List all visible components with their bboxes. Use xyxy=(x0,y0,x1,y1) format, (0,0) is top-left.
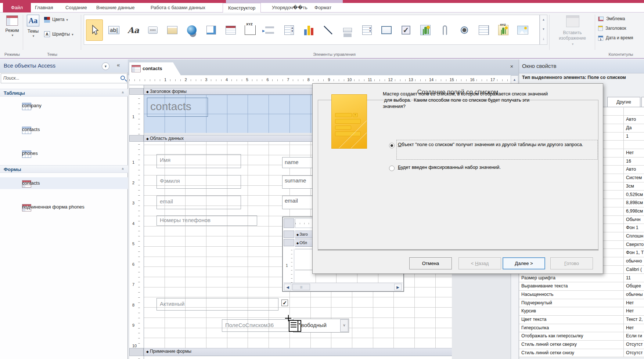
property-value[interactable]: Нет xyxy=(624,149,644,157)
option-text-1[interactable]: Объект "поле со списком" получит значени… xyxy=(398,141,589,148)
property-value[interactable]: 11 xyxy=(624,274,644,282)
field-value-name[interactable]: name xyxy=(282,157,313,168)
property-value[interactable]: Отсутст xyxy=(624,341,644,349)
rectangle-icon[interactable] xyxy=(378,19,395,41)
select-cursor-icon[interactable] xyxy=(86,19,103,41)
web-browser-control-icon[interactable] xyxy=(203,19,220,41)
active-label[interactable]: Активный xyxy=(156,298,278,311)
property-value[interactable]: Фон 1 xyxy=(624,224,644,232)
property-value[interactable]: 8,898см xyxy=(624,199,644,207)
search-icon[interactable] xyxy=(120,76,125,80)
nav-item-company[interactable]: company xyxy=(0,100,128,112)
nav-section-forms[interactable]: Формы« xyxy=(0,165,128,173)
dialog-button-отмена[interactable]: Отмена xyxy=(409,257,452,269)
field-label-name[interactable]: Имя xyxy=(156,154,241,168)
property-value[interactable]: 1 xyxy=(624,133,644,141)
attachment-icon[interactable] xyxy=(436,19,453,41)
combo-box-icon[interactable]: ▲▼ xyxy=(281,19,298,41)
property-value[interactable]: Нет xyxy=(624,324,644,332)
subform-selector[interactable] xyxy=(284,218,294,228)
section-marker[interactable] xyxy=(129,135,144,142)
property-value[interactable]: Нет xyxy=(624,299,644,307)
tab-partial[interactable] xyxy=(641,97,644,107)
gallery-scroll[interactable]: ▲▼⤓ xyxy=(540,15,547,45)
property-value[interactable]: Да xyxy=(624,124,644,132)
dialog-button-далее[interactable]: Далее > xyxy=(503,257,545,269)
radio-option-2[interactable] xyxy=(389,166,395,171)
unbound-object-frame-icon[interactable] xyxy=(417,19,434,41)
list-box-icon[interactable]: ▲▼ xyxy=(359,19,375,41)
active-checkbox[interactable]: ✓ xyxy=(281,300,288,306)
document-tab-contacts[interactable]: contacts xyxy=(129,62,181,75)
text-box-icon[interactable]: ab| xyxy=(105,19,122,41)
section-marker[interactable] xyxy=(129,348,144,356)
scroll-left-icon[interactable]: ◀ xyxy=(284,284,291,290)
hyperlink-icon[interactable] xyxy=(183,19,200,41)
combo-dropdown-icon[interactable]: ˅ xyxy=(340,319,348,332)
property-value[interactable]: обычны xyxy=(624,291,644,299)
field-value-email[interactable]: email xyxy=(282,196,313,209)
nav-menu-icon[interactable]: ▼ xyxy=(102,62,109,70)
subform-horizontal-scrollbar[interactable]: ◀ ||| ▶ xyxy=(284,283,403,291)
field-label-email[interactable]: email xyxy=(156,196,241,209)
property-value[interactable]: Если ги xyxy=(624,332,644,340)
page-break-icon[interactable]: ▶ xyxy=(261,19,278,41)
property-value[interactable]: Обычн xyxy=(624,216,644,224)
property-value[interactable]: Отсутст xyxy=(624,349,644,357)
dialog-button-назад[interactable]: < Назад xyxy=(458,257,501,269)
scroll-up-icon[interactable]: ▲ xyxy=(511,75,518,84)
dialog-button-готово[interactable]: Готово xyxy=(550,257,593,269)
property-value[interactable]: Авто xyxy=(624,166,644,174)
tab-other[interactable]: Другие xyxy=(607,97,640,107)
tab-Формат[interactable]: Формат xyxy=(314,3,331,12)
section-marker[interactable] xyxy=(129,88,144,95)
button-2-header-footer[interactable]: Заголовок xyxy=(598,26,626,34)
bound-object-frame-icon[interactable]: XYZ xyxy=(495,19,512,41)
search-input[interactable]: Поиск... xyxy=(1,73,127,83)
property-value[interactable]: обычно xyxy=(624,257,644,265)
property-value[interactable]: 0,529см xyxy=(624,191,644,199)
subform-icon[interactable] xyxy=(475,19,492,41)
subform-section-marker[interactable] xyxy=(284,239,294,246)
nav-item-contacts[interactable]: contacts xyxy=(0,124,128,135)
nav-item-подчиненная-форма-phones[interactable]: подчиненная форма phones xyxy=(0,201,128,213)
form-title-textbox[interactable]: contacts xyxy=(147,98,208,117)
property-value[interactable]: Calibri ( xyxy=(624,266,644,274)
tab-2[interactable]: Создание xyxy=(65,3,87,12)
chart-icon[interactable] xyxy=(300,19,317,41)
property-value[interactable]: Общее xyxy=(624,282,644,290)
radio-option-1[interactable] xyxy=(389,143,395,148)
option-button-icon[interactable] xyxy=(456,19,473,41)
combo-label[interactable]: ПолеСоСписком36 xyxy=(222,319,293,332)
nav-item-contacts[interactable]: contacts xyxy=(0,177,128,189)
tab-4[interactable]: Работа с базами данных xyxy=(151,3,205,12)
check-box-icon[interactable]: ✓ xyxy=(397,19,414,41)
scroll-thumb[interactable]: ||| xyxy=(292,284,310,290)
themes-button[interactable]: Aa Темы ▼ xyxy=(24,15,42,51)
button-1-header-footer[interactable]: Эмблема xyxy=(598,16,625,24)
close-document-icon[interactable]: × xyxy=(508,62,516,70)
colors-button[interactable]: Цвета ▼ xyxy=(44,17,69,22)
button-icon[interactable]: xxxx xyxy=(144,19,161,41)
view-mode-button[interactable]: Режим ▼ xyxy=(2,15,22,51)
option-group-icon[interactable]: XYZ xyxy=(242,19,259,41)
property-value[interactable] xyxy=(624,141,644,149)
label-icon[interactable]: Aa xyxy=(125,19,142,41)
tab-Конструктор[interactable]: Конструктор xyxy=(223,3,261,12)
property-value[interactable]: Сверхто xyxy=(624,241,644,249)
tab-1[interactable]: Главная xyxy=(35,3,53,12)
property-value[interactable]: Фон 1, Т xyxy=(624,249,644,257)
toggle-button-icon[interactable] xyxy=(339,19,356,41)
property-value[interactable]: 3см xyxy=(624,182,644,191)
nav-section-tables[interactable]: Таблицы« xyxy=(0,89,128,97)
property-value[interactable]: Авто xyxy=(624,116,644,124)
property-value[interactable]: Текст 2, xyxy=(624,316,644,324)
scroll-right-icon[interactable]: ▶ xyxy=(394,284,402,290)
field-value-surname[interactable]: surname xyxy=(282,175,313,189)
nav-item-phones[interactable]: phones xyxy=(0,148,128,159)
property-value[interactable]: Сплошн xyxy=(624,232,644,240)
property-value[interactable]: Нет xyxy=(624,307,644,315)
tab-file[interactable]: Файл xyxy=(3,3,31,12)
property-value[interactable]: 16 xyxy=(624,157,644,166)
field-label-surname[interactable]: Фэмиля xyxy=(156,175,241,189)
